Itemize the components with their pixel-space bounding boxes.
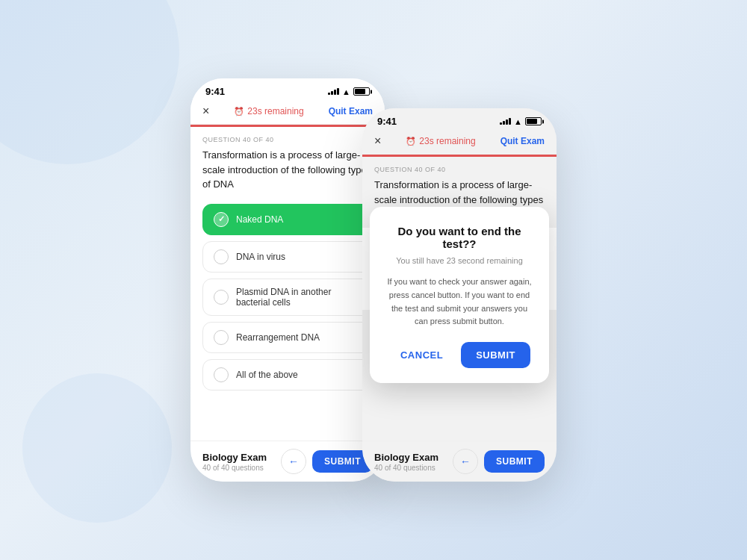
- modal-cancel-button[interactable]: CANCEL: [388, 342, 455, 368]
- option-radio-3: [214, 290, 229, 305]
- battery-icon-left: [353, 87, 370, 96]
- question-label-left: QUESTION 40 OF 40: [202, 136, 373, 143]
- question-text-left: Transformation is a process of large-sca…: [202, 148, 373, 192]
- wifi-icon-left: ▲: [342, 87, 350, 96]
- modal-title: Do you want to end the test??: [385, 225, 534, 250]
- option-text-4: Rearrangement DNA: [236, 332, 320, 343]
- bottom-info-left: Biology Exam 40 of 40 questions: [202, 452, 267, 472]
- option-dna-virus[interactable]: DNA in virus: [202, 241, 373, 273]
- modal-subtitle: You still have 23 second remaining: [385, 256, 534, 265]
- exam-subtitle-left: 40 of 40 questions: [202, 464, 267, 472]
- bottom-nav-left: ← SUBMIT: [281, 449, 373, 474]
- option-text-3: Plasmid DNA in another bacterial cells: [236, 287, 362, 308]
- option-radio-4: [214, 330, 229, 345]
- option-all-above[interactable]: All of the above: [202, 359, 373, 391]
- back-arrow-left[interactable]: ←: [281, 449, 306, 474]
- option-radio-1: ✓: [214, 212, 229, 227]
- timer-left: ⏰ 23s remaining: [234, 106, 303, 116]
- exam-title-left: Biology Exam: [202, 452, 267, 463]
- option-text-5: All of the above: [236, 370, 298, 380]
- phone-left: 9:41 ▲ × ⏰ 23s remaining Quit: [190, 78, 385, 482]
- option-radio-5: [214, 367, 229, 382]
- status-bar-left: 9:41 ▲: [190, 78, 385, 100]
- modal-submit-button[interactable]: SUBMIT: [461, 342, 530, 368]
- status-icons-left: ▲: [328, 87, 370, 96]
- phones-container: 9:41 ▲ × ⏰ 23s remaining Quit: [190, 78, 557, 482]
- question-area-left: QUESTION 40 OF 40 Transformation is a pr…: [190, 127, 385, 198]
- phone-right: 9:41 ▲ × ⏰ 23s remaining Quit: [362, 108, 557, 482]
- signal-icon-left: [328, 88, 339, 95]
- option-radio-2: [214, 249, 229, 264]
- modal-buttons: CANCEL SUBMIT: [385, 342, 534, 368]
- option-plasmid-dna[interactable]: Plasmid DNA in another bacterial cells: [202, 279, 373, 316]
- timer-label-left: 23s remaining: [247, 106, 303, 116]
- timer-icon-left: ⏰: [234, 107, 244, 116]
- option-text-1: Naked DNA: [236, 214, 283, 225]
- modal-box: Do you want to end the test?? You still …: [370, 207, 549, 382]
- option-naked-dna[interactable]: ✓ Naked DNA: [202, 204, 373, 235]
- bg-decoration-2: [22, 373, 172, 523]
- modal-body: If you want to check your answer again, …: [385, 276, 534, 328]
- nav-bar-left: × ⏰ 23s remaining Quit Exam: [190, 100, 385, 125]
- option-text-2: DNA in virus: [236, 252, 285, 262]
- close-button-left[interactable]: ×: [202, 105, 209, 118]
- status-time-left: 9:41: [205, 86, 225, 97]
- options-area-left: ✓ Naked DNA DNA in virus Plasmid DNA in …: [190, 198, 385, 396]
- option-rearrangement-dna[interactable]: Rearrangement DNA: [202, 322, 373, 353]
- bottom-bar-left: Biology Exam 40 of 40 questions ← SUBMIT: [190, 441, 385, 482]
- check-icon-1: ✓: [218, 214, 225, 224]
- modal-overlay: Do you want to end the test?? You still …: [362, 108, 557, 482]
- bg-decoration-1: [0, 0, 179, 164]
